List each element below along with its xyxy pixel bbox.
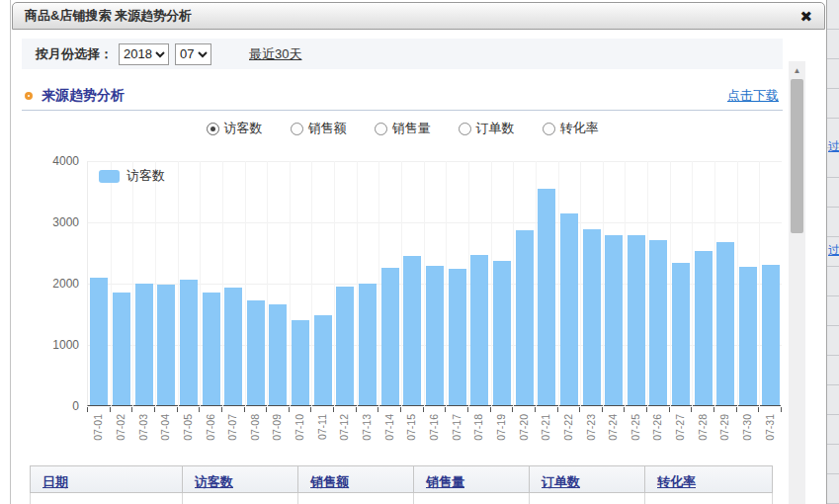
- background-row: [827, 59, 839, 89]
- table-header-link[interactable]: 访客数: [195, 474, 233, 489]
- metric-radio-2[interactable]: 销售量: [375, 120, 431, 137]
- download-link[interactable]: 点击下载: [727, 87, 779, 105]
- x-axis-label: 07-31: [764, 414, 776, 450]
- chart-bar: [247, 300, 265, 405]
- metric-radio-1[interactable]: 销售额: [291, 120, 347, 137]
- x-axis-label: 07-17: [451, 414, 462, 450]
- x-axis-label: 07-03: [137, 414, 149, 450]
- recent-30-days-link[interactable]: 最近30天: [249, 45, 301, 63]
- x-axis-label: 07-29: [718, 414, 730, 450]
- x-axis-label: 07-07: [226, 414, 238, 450]
- table-header-link[interactable]: 销售量: [426, 474, 464, 489]
- background-row: [827, 208, 839, 237]
- section-title: 来源趋势分析: [42, 87, 125, 105]
- chart-bar: [605, 235, 623, 405]
- chart-bar: [649, 240, 667, 405]
- table-header-link[interactable]: 销售额: [310, 474, 349, 489]
- chart-bar: [426, 266, 444, 405]
- gridline-v: [603, 161, 604, 406]
- x-axis-tick: [579, 407, 580, 412]
- x-axis-label: 07-04: [159, 414, 171, 450]
- metric-radio-0[interactable]: 访客数: [207, 120, 263, 137]
- table-header-cell: 日期: [30, 465, 182, 493]
- metric-radio-3[interactable]: 订单数: [459, 120, 515, 137]
- gridline-v: [647, 161, 648, 406]
- gridline-v: [357, 161, 358, 406]
- x-axis-tick: [445, 407, 446, 412]
- close-icon[interactable]: ✖: [799, 9, 812, 24]
- table-header-cell: 销售量: [413, 465, 529, 493]
- radio-circle-icon: [459, 123, 471, 135]
- detail-table: 日期访客数销售额销售量订单数转化率: [30, 465, 773, 504]
- table-cell: [30, 493, 182, 504]
- table-header-link[interactable]: 日期: [42, 474, 68, 489]
- table-cell: [644, 493, 773, 504]
- x-axis-tick: [736, 407, 737, 412]
- gridline-v: [401, 161, 402, 406]
- table-cell: [182, 493, 297, 504]
- legend-swatch: [99, 170, 120, 183]
- x-axis-label: 07-16: [428, 414, 440, 450]
- gridline-v: [267, 161, 268, 406]
- gridline-v: [468, 161, 469, 406]
- dialog-title: 商品&店铺搜索 来源趋势分析: [25, 7, 192, 25]
- table-header-cell: 订单数: [529, 465, 644, 493]
- x-axis-label: 07-02: [115, 414, 126, 450]
- x-axis-tick: [244, 407, 245, 412]
- scrollbar-thumb[interactable]: [791, 79, 803, 233]
- y-axis-label: 0: [22, 399, 79, 413]
- metric-radio-4[interactable]: 转化率: [543, 120, 599, 137]
- gridline-v: [111, 161, 112, 406]
- x-axis-tick: [646, 407, 647, 412]
- x-axis-label: 07-13: [361, 414, 373, 450]
- background-row: [827, 474, 839, 504]
- gridline-v: [558, 161, 559, 406]
- month-filter-label: 按月份选择：: [36, 45, 113, 63]
- scroll-up-icon[interactable]: ▲: [789, 63, 805, 79]
- x-axis-tick: [535, 407, 536, 412]
- background-link-fragment: 过: [828, 242, 839, 259]
- chart-bar: [695, 251, 713, 405]
- x-axis-tick: [154, 407, 155, 412]
- chart-bar: [157, 285, 175, 406]
- background-row: [827, 326, 839, 356]
- gridline-v: [536, 161, 537, 406]
- gridline-v: [491, 161, 492, 406]
- table-header-row: 日期访客数销售额销售量订单数转化率: [30, 465, 773, 493]
- chart-bar: [538, 189, 555, 405]
- gridline-v: [446, 161, 447, 406]
- radio-circle-icon: [375, 123, 387, 135]
- x-axis-tick: [378, 407, 378, 412]
- gridline-v: [132, 161, 133, 406]
- gridline-v: [737, 161, 738, 406]
- vertical-scrollbar[interactable]: ▲ ▼: [789, 61, 805, 504]
- x-axis-tick: [400, 407, 401, 412]
- x-axis-tick: [602, 407, 603, 412]
- x-axis-label: 07-22: [562, 414, 574, 450]
- x-axis-label: 07-01: [92, 414, 104, 450]
- gridline-v: [378, 161, 379, 406]
- year-select[interactable]: 2018: [119, 43, 169, 65]
- chart-bar: [113, 293, 130, 405]
- month-select[interactable]: 07: [175, 43, 211, 65]
- x-axis-tick: [110, 407, 111, 412]
- table-header-link[interactable]: 订单数: [542, 474, 580, 489]
- x-axis-label: 07-18: [472, 414, 484, 450]
- table-header-link[interactable]: 转化率: [657, 474, 696, 489]
- table-header-cell: 访客数: [182, 465, 297, 493]
- chart-bar: [135, 284, 153, 405]
- dialog-body: 按月份选择： 2018 07 最近30天 来源趋势分析 点击下载 访客数销售额销…: [12, 31, 825, 504]
- x-axis-tick: [713, 407, 714, 412]
- table-header-cell: 转化率: [644, 465, 773, 493]
- x-axis-label: 07-14: [383, 414, 395, 450]
- dialog-titlebar: 商品&店铺搜索 来源趋势分析 ✖: [12, 2, 825, 30]
- page-left-edge: [0, 0, 11, 504]
- chart-legend[interactable]: 访客数: [99, 167, 165, 185]
- gridline-v: [155, 161, 156, 406]
- chart-bar: [716, 242, 734, 405]
- x-axis-tick: [490, 407, 491, 412]
- x-axis-label: 07-25: [629, 414, 641, 450]
- gridline-v: [513, 161, 514, 406]
- y-axis-label: 1000: [22, 338, 79, 352]
- metric-radio-label: 订单数: [476, 120, 515, 137]
